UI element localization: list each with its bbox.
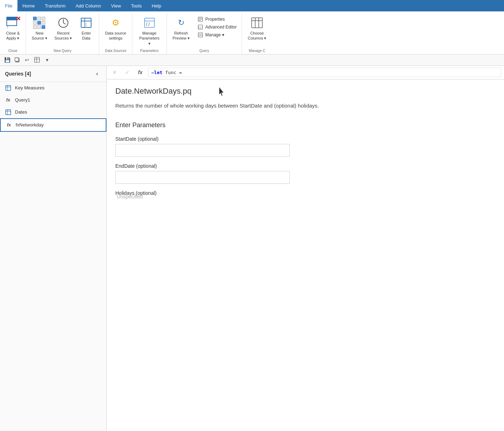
manage-icon [198, 32, 203, 38]
svg-marker-34 [219, 87, 224, 96]
enter-data-icon: | [79, 16, 93, 30]
close-group-label: Close [8, 47, 17, 53]
refresh-preview-icon: ↻ [174, 16, 188, 30]
formula-middle: func = [162, 70, 182, 75]
advanced-editor-label: Advanced Editor [205, 25, 237, 30]
table-qa-button[interactable] [33, 56, 41, 64]
queries-title: Queries [4] [5, 71, 31, 77]
quick-access-toolbar: 💾 ↩ ▾ [0, 54, 504, 66]
enter-data-button[interactable]: | EnterData [76, 14, 96, 42]
dropdown-qa-button[interactable]: ▾ [43, 56, 51, 64]
parameters-group-label: Parameters [140, 47, 159, 53]
cursor-indicator [219, 87, 224, 97]
svg-rect-19 [252, 18, 262, 28]
fx-icon-query1: fx [5, 97, 11, 103]
svg-rect-31 [6, 110, 11, 115]
properties-icon [198, 16, 203, 22]
manage-parameters-label: ManageParameters ▾ [138, 31, 161, 46]
menu-view[interactable]: View [106, 0, 126, 11]
formula-confirm-button[interactable]: ✓ [122, 67, 132, 77]
data-source-settings-button[interactable]: ⚙ Data sourcesettings [102, 14, 129, 42]
new-source-icon [32, 16, 47, 30]
sidebar-collapse-button[interactable]: ‹ [93, 69, 101, 78]
content-panel: Date.NetworkDays.pq Returns the number o… [107, 79, 504, 431]
startdate-label: StartDate (optional) [115, 136, 495, 142]
recent-sources-label: RecentSources ▾ [54, 31, 72, 41]
close-apply-button[interactable]: ✕ ↑ Close &Apply ▾ [3, 14, 23, 42]
choose-columns-icon [250, 16, 264, 30]
choose-columns-label: ChooseColumns ▾ [248, 31, 266, 41]
query-description: Returns the number of whole working days… [115, 102, 495, 110]
enddate-input[interactable] [115, 171, 290, 184]
sidebar-header: Queries [4] ‹ [0, 66, 106, 82]
query-group-label: Query [199, 47, 209, 53]
fx-icon-fxnetworkday: fx [6, 122, 12, 128]
refresh-preview-button[interactable]: ↻ RefreshPreview ▾ [170, 14, 193, 42]
data-sources-group-label: Data Sources [105, 47, 127, 53]
data-source-settings-icon: ⚙ [109, 16, 123, 30]
menu-home[interactable]: Home [17, 0, 40, 11]
query1-name: Query1 [15, 97, 30, 103]
main-layout: Queries [4] ‹ Key Measures fx Query1 Dat… [0, 66, 504, 431]
table-icon-key-measures [5, 85, 11, 91]
holidays-value: Unspecified [115, 194, 495, 199]
refresh-preview-label: RefreshPreview ▾ [173, 31, 190, 41]
data-source-settings-label: Data sourcesettings [105, 31, 126, 41]
advanced-editor-button[interactable]: { } Advanced Editor [195, 24, 239, 31]
recent-sources-button[interactable]: RecentSources ▾ [52, 14, 75, 42]
manage-label: Manage ▾ [205, 32, 224, 37]
query-title: Date.NetworkDays.pq [115, 87, 495, 96]
menu-add-column[interactable]: Add Column [70, 0, 106, 11]
new-source-button[interactable]: NewSource ▾ [29, 14, 50, 42]
key-measures-name: Key Measures [15, 85, 44, 90]
table-icon-dates [5, 109, 11, 115]
formula-bar: ✕ ✓ fx = let func = [107, 66, 504, 79]
formula-prefix: = [151, 70, 154, 75]
svg-rect-16 [198, 33, 203, 37]
choose-columns-button[interactable]: ChooseColumns ▾ [245, 14, 269, 42]
menu-file[interactable]: File [0, 0, 17, 11]
ribbon-group-query: ↻ RefreshPreview ▾ Properties { } Advanc… [167, 13, 242, 54]
ribbon-group-close: ✕ ↑ Close &Apply ▾ Close [0, 13, 26, 54]
svg-rect-25 [35, 57, 40, 62]
sidebar-item-fxnetworkday[interactable]: fx [0, 118, 106, 132]
formula-keyword-let: let [154, 70, 162, 75]
svg-rect-28 [6, 85, 11, 90]
sidebar-item-dates[interactable]: Dates [0, 106, 106, 118]
svg-line-2 [63, 23, 65, 24]
svg-text:|: | [86, 22, 87, 26]
menu-transform[interactable]: Transform [40, 0, 71, 11]
query-title-text: Date.NetworkDays.pq [115, 87, 191, 95]
menu-tools[interactable]: Tools [126, 0, 147, 11]
save-qa-button[interactable]: 💾 [3, 56, 11, 64]
formula-fx-button[interactable]: fx [135, 67, 145, 77]
manage-parameters-button[interactable]: { } ManageParameters ▾ [135, 14, 164, 47]
menu-bar: File Home Transform Add Column View Tool… [0, 0, 504, 11]
undo-qa-button[interactable]: ↩ [23, 56, 31, 64]
copy-qa-button[interactable] [13, 56, 21, 64]
enter-data-label: EnterData [82, 31, 91, 41]
content-area: ✕ ✓ fx = let func = Date.NetworkDays.pq … [107, 66, 504, 431]
ribbon-group-data-sources: ⚙ Data sourcesettings Data Sources [99, 13, 132, 54]
ribbon-group-manage-columns: ChooseColumns ▾ Manage C [242, 13, 272, 54]
new-source-label: NewSource ▾ [32, 31, 47, 41]
sidebar-item-key-measures[interactable]: Key Measures [0, 82, 106, 94]
advanced-editor-icon: { } [198, 24, 203, 30]
fxnetworkday-name-input[interactable] [16, 122, 101, 128]
manage-button[interactable]: Manage ▾ [195, 31, 239, 38]
svg-text:{ }: { } [199, 26, 201, 29]
sidebar-item-query1[interactable]: fx Query1 [0, 94, 106, 106]
startdate-input[interactable] [115, 144, 290, 157]
close-apply-icon: ✕ ↑ [6, 16, 20, 30]
query-small-buttons: Properties { } Advanced Editor Manage ▾ [195, 14, 239, 38]
section-title: Enter Parameters [115, 121, 495, 129]
formula-cancel-button[interactable]: ✕ [110, 67, 120, 77]
properties-label: Properties [205, 17, 225, 22]
ribbon-group-parameters: { } ManageParameters ▾ Parameters [132, 13, 167, 54]
svg-rect-24 [15, 58, 19, 61]
close-apply-label: Close &Apply ▾ [6, 31, 20, 41]
menu-help[interactable]: Help [147, 0, 166, 11]
new-query-group-label: New Query [54, 47, 72, 53]
properties-button[interactable]: Properties [195, 16, 239, 23]
dates-name: Dates [15, 109, 27, 115]
